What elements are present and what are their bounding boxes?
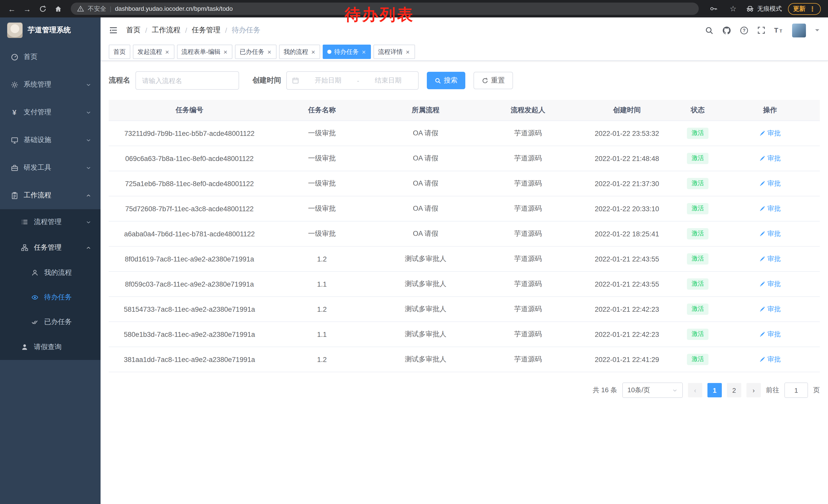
cell-task-name: 一级审批: [270, 221, 374, 246]
page-button-1[interactable]: 1: [707, 383, 722, 397]
close-icon[interactable]: ×: [165, 48, 170, 55]
cell-process: 测试多审批人: [374, 322, 478, 347]
breadcrumb-task-mgmt[interactable]: 任务管理: [192, 26, 220, 35]
help-icon[interactable]: ?: [740, 26, 748, 35]
sidebar-item-todo-task[interactable]: 待办任务: [0, 285, 100, 310]
page-unit-label: 页: [813, 385, 820, 395]
cell-status: 激活: [675, 322, 720, 347]
home-icon[interactable]: [51, 2, 65, 15]
approve-button[interactable]: 审批: [759, 279, 781, 289]
tab-my-process[interactable]: 我的流程 ×: [279, 45, 320, 59]
github-icon[interactable]: [722, 26, 731, 35]
user-avatar[interactable]: [792, 23, 806, 37]
next-page-button[interactable]: ›: [746, 383, 761, 397]
end-date-placeholder[interactable]: 结束日期: [363, 76, 413, 85]
approve-button[interactable]: 审批: [759, 129, 781, 138]
sidebar-item-process-mgmt[interactable]: 流程管理: [0, 209, 100, 235]
sidebar-item-leave-query[interactable]: 请假查询: [0, 334, 100, 360]
prev-page-button[interactable]: ‹: [688, 383, 702, 397]
breadcrumb-home[interactable]: 首页: [126, 26, 140, 35]
approve-button[interactable]: 审批: [759, 154, 781, 163]
kebab-menu-icon[interactable]: ⋮: [809, 5, 816, 12]
cell-create-time: 2022-01-21 22:42:23: [578, 322, 675, 347]
update-button[interactable]: 更新 ⋮: [788, 3, 821, 15]
cell-create-time: 2022-01-22 23:53:32: [578, 121, 675, 146]
calendar-icon: [292, 77, 299, 84]
page-button-2[interactable]: 2: [727, 383, 741, 397]
close-icon[interactable]: ×: [311, 48, 316, 55]
close-icon[interactable]: ×: [223, 48, 228, 55]
cell-process: 测试多审批人: [374, 246, 478, 272]
sidebar-item-payment[interactable]: ¥ 支付管理: [0, 98, 100, 126]
caret-down-icon[interactable]: [815, 28, 820, 33]
cell-create-time: 2022-01-22 20:33:10: [578, 196, 675, 221]
approve-button[interactable]: 审批: [759, 330, 781, 339]
approve-label: 审批: [768, 330, 781, 339]
forward-icon[interactable]: →: [20, 2, 34, 15]
table-row: 75d72608-7b7f-11ec-a3c8-acde48001122 一级审…: [109, 196, 820, 221]
cell-create-time: 2022-01-21 22:42:23: [578, 296, 675, 322]
font-size-icon[interactable]: TT: [774, 26, 783, 34]
sidebar-item-system[interactable]: 系统管理: [0, 71, 100, 98]
sidebar-item-task-mgmt[interactable]: 任务管理: [0, 235, 100, 261]
sidebar-toggle-hamburger-icon[interactable]: [109, 26, 118, 35]
star-icon[interactable]: ☆: [727, 2, 740, 15]
sidebar-item-label: 研发工具: [24, 163, 81, 172]
cell-create-time: 2022-01-22 21:48:48: [578, 146, 675, 171]
cell-task-id: 381aa1dd-7ac8-11ec-a9e2-a2380e71991a: [109, 347, 270, 372]
tab-process-form-edit[interactable]: 流程表单-编辑 ×: [177, 45, 233, 59]
cell-starter: 芋道源码: [478, 272, 578, 296]
page-size-select[interactable]: 10条/页: [622, 382, 683, 398]
search-icon[interactable]: [705, 26, 714, 35]
cell-status: 激活: [675, 296, 720, 322]
fullscreen-icon[interactable]: [757, 26, 765, 34]
tab-start-process[interactable]: 发起流程 ×: [133, 45, 174, 59]
process-name-input[interactable]: [135, 71, 239, 90]
cell-task-name: 1.1: [270, 272, 374, 296]
approve-button[interactable]: 审批: [759, 204, 781, 213]
cell-status: 激活: [675, 196, 720, 221]
sidebar-item-my-process[interactable]: 我的流程: [0, 261, 100, 285]
cell-task-name: 一级审批: [270, 121, 374, 146]
key-icon[interactable]: [707, 2, 720, 15]
sidebar-item-home[interactable]: 首页: [0, 43, 100, 71]
approve-button[interactable]: 审批: [759, 355, 781, 364]
cell-process: OA 请假: [374, 121, 478, 146]
cell-create-time: 2022-01-21 22:43:55: [578, 272, 675, 296]
close-icon[interactable]: ×: [362, 48, 366, 55]
tab-process-detail[interactable]: 流程详情 ×: [373, 45, 415, 59]
search-button[interactable]: 搜索: [427, 72, 465, 89]
tab-home[interactable]: 首页: [109, 45, 130, 59]
goto-page-input[interactable]: [784, 382, 808, 398]
sidebar-item-done-task[interactable]: 已办任务: [0, 310, 100, 334]
cell-task-name: 1.2: [270, 347, 374, 372]
app-logo[interactable]: 芋道管理系统: [0, 17, 100, 43]
sidebar-item-workflow[interactable]: 工作流程: [0, 182, 100, 209]
column-process: 所属流程: [374, 100, 478, 121]
column-task-id: 任务编号: [109, 100, 270, 121]
refresh-icon[interactable]: [36, 2, 49, 15]
cell-status: 激活: [675, 171, 720, 196]
approve-button[interactable]: 审批: [759, 254, 781, 264]
close-icon[interactable]: ×: [405, 48, 410, 55]
address-bar[interactable]: 不安全 | dashboard.yudao.iocoder.cn/bpm/tas…: [71, 3, 699, 15]
tab-done-task[interactable]: 已办任务 ×: [235, 45, 276, 59]
date-range-picker[interactable]: 开始日期 - 结束日期: [286, 71, 419, 90]
search-button-label: 搜索: [444, 76, 458, 85]
sidebar-item-devtools[interactable]: 研发工具: [0, 154, 100, 182]
reset-button[interactable]: 重置: [473, 72, 513, 89]
approve-button[interactable]: 审批: [759, 229, 781, 238]
breadcrumb-workflow[interactable]: 工作流程: [152, 26, 180, 35]
task-table: 任务编号 任务名称 所属流程 流程发起人 创建时间 状态 操作: [109, 100, 820, 372]
sidebar-item-infra[interactable]: 基础设施: [0, 126, 100, 154]
close-icon[interactable]: ×: [267, 48, 272, 55]
user-icon: [20, 343, 29, 351]
back-icon[interactable]: ←: [5, 2, 18, 15]
breadcrumb-separator: /: [185, 26, 187, 34]
start-date-placeholder[interactable]: 开始日期: [303, 76, 353, 85]
approve-button[interactable]: 审批: [759, 179, 781, 188]
cell-action: 审批: [720, 196, 820, 221]
page-size-value: 10条/页: [627, 385, 650, 395]
tab-todo-task[interactable]: 待办任务 ×: [323, 45, 371, 59]
approve-button[interactable]: 审批: [759, 305, 781, 314]
